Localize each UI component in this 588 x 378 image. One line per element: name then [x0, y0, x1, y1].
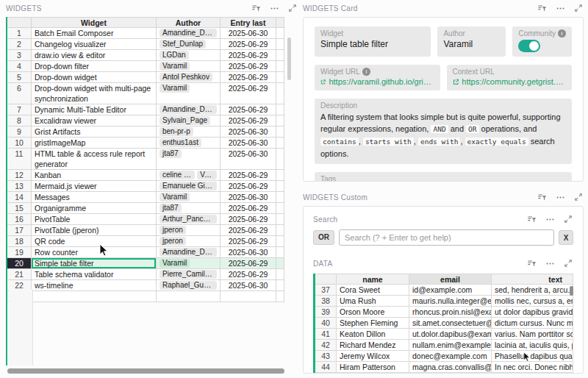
row-number-cell[interactable]: 39 [315, 307, 337, 318]
date-cell[interactable]: 2025-06-29 [220, 236, 276, 247]
community-toggle[interactable] [518, 40, 540, 52]
widget-cell[interactable]: Messages [32, 192, 157, 203]
column-header-text[interactable]: text [492, 274, 573, 285]
field-tags[interactable]: Tags Utility [315, 172, 572, 182]
column-header-name[interactable]: name [337, 274, 409, 285]
author-cell[interactable] [157, 291, 220, 302]
date-cell[interactable]: 2025-06-29 [220, 214, 276, 225]
row-number-cell[interactable]: 20 [7, 258, 32, 269]
name-cell[interactable]: Cora Sweet [337, 285, 409, 296]
date-cell[interactable]: 2025-06-30 [220, 138, 276, 149]
row-number-cell[interactable]: 15 [7, 203, 32, 214]
sort-filter-icon[interactable] [527, 259, 537, 268]
sort-filter-icon[interactable] [537, 4, 547, 13]
field-widget[interactable]: Widget Simple table filter [315, 26, 431, 57]
field-community[interactable]: Community i [512, 26, 572, 57]
date-cell[interactable]: 2025-06-29 [220, 181, 276, 192]
text-cell[interactable]: mollis nec, cursus a, enim. Suspendisse … [492, 296, 573, 307]
empty-cell[interactable] [276, 258, 284, 269]
name-cell[interactable]: Uma Rush [337, 296, 409, 307]
horizontal-scrollbar[interactable] [7, 368, 290, 374]
row-number-cell[interactable]: 43 [315, 351, 337, 362]
empty-cell[interactable] [276, 83, 284, 104]
column-header-updated[interactable]: Entry last updated [220, 17, 276, 28]
email-cell[interactable]: sit.amet.consectetuer@exam… [409, 318, 492, 329]
date-cell[interactable]: 2025-06-29 [220, 258, 276, 269]
author-cell[interactable]: Varamil [157, 61, 220, 72]
author-cell[interactable]: jperon [157, 236, 220, 247]
date-cell[interactable]: 2025-06-29 [220, 225, 276, 236]
name-cell[interactable]: Keaton Dillon [337, 329, 409, 340]
empty-cell[interactable] [276, 126, 284, 138]
row-number-cell[interactable]: 10 [7, 138, 32, 149]
empty-cell[interactable] [276, 50, 284, 61]
email-cell[interactable]: id@example.com [409, 285, 492, 296]
empty-cell[interactable] [276, 236, 284, 247]
more-options-icon[interactable] [556, 193, 565, 202]
date-cell[interactable]: 2025-06-29 [220, 39, 276, 50]
sort-filter-icon[interactable] [537, 193, 547, 202]
or-mode-button[interactable]: OR [313, 230, 334, 245]
row-number-cell[interactable]: 40 [315, 318, 337, 329]
widget-cell[interactable]: Kanban [32, 170, 157, 181]
text-cell[interactable]: ut dolor dapibus gravida. Aliquam tincid… [492, 307, 573, 318]
date-cell[interactable]: 2025-06-29 [220, 83, 276, 104]
row-number-cell[interactable]: 13 [7, 181, 32, 192]
data-vertical-scrollbar[interactable] [570, 286, 573, 296]
date-cell[interactable]: 2025-06-29 [220, 72, 276, 83]
empty-cell[interactable] [276, 138, 284, 149]
widget-cell[interactable]: Changelog visualizer [32, 39, 157, 50]
email-cell[interactable]: mauris.nulla.integer@exampl… [409, 296, 492, 307]
date-cell[interactable]: 2025-06-29 [220, 50, 276, 61]
row-number-cell[interactable]: 2 [7, 39, 32, 50]
widget-cell[interactable] [32, 291, 157, 302]
widget-cell[interactable]: Batch Email Composer [32, 28, 157, 39]
field-author[interactable]: Author Varamil [437, 26, 506, 57]
row-number-cell[interactable]: 45 [315, 373, 337, 374]
text-cell[interactable]: In nec orci. Donec nibh. Quisque nonummy… [492, 362, 573, 373]
more-options-icon[interactable] [545, 215, 555, 224]
vertical-scrollbar[interactable] [287, 38, 291, 80]
empty-cell[interactable] [276, 247, 284, 258]
author-cell[interactable]: Sylvain_Page [157, 115, 220, 126]
row-number-cell[interactable]: 38 [315, 296, 337, 307]
widget-cell[interactable]: PivotTable (jperon) [32, 225, 157, 236]
row-number-cell[interactable]: 41 [315, 329, 337, 340]
date-cell[interactable]: 2025-06-30 [220, 247, 276, 258]
column-header-widget[interactable]: Widget [32, 17, 157, 28]
row-number-cell[interactable]: 21 [7, 269, 32, 280]
widget-cell[interactable]: Row counter [32, 247, 157, 258]
name-cell[interactable]: Rahim Velez [337, 373, 409, 374]
date-cell[interactable]: 2025-06-29 [220, 61, 276, 72]
empty-cell[interactable] [276, 269, 284, 280]
row-number-cell[interactable]: 3 [7, 50, 32, 61]
author-cell[interactable]: Emanuele Gissi [157, 181, 220, 192]
text-cell[interactable]: dictum cursus. Nunc mauris elit, dictum … [492, 318, 573, 329]
sort-filter-icon[interactable] [251, 4, 261, 13]
row-number-cell[interactable]: 37 [315, 285, 337, 296]
author-cell[interactable]: enthus1ast [157, 138, 220, 149]
email-cell[interactable]: ut.dolor.dapibus@example.com [409, 329, 492, 340]
date-cell[interactable] [220, 291, 276, 302]
author-cell[interactable]: Arthur_Panckoucke [157, 214, 220, 225]
name-cell[interactable]: Hiram Patterson [337, 362, 409, 373]
author-cell[interactable]: Amandine_Dugrain [157, 28, 220, 39]
name-cell[interactable]: Orson Moore [337, 307, 409, 318]
row-number-header[interactable] [315, 274, 337, 285]
name-cell[interactable]: Stephen Fleming [337, 318, 409, 329]
widget-cell[interactable]: Mermaid.js viewer [32, 181, 157, 192]
row-number-cell[interactable]: 19 [7, 247, 32, 258]
row-number-cell[interactable]: 14 [7, 192, 32, 203]
column-header-author[interactable]: Author [157, 17, 220, 28]
info-icon[interactable]: i [558, 29, 566, 38]
author-cell[interactable]: LGDan [157, 50, 220, 61]
row-number-cell[interactable]: 44 [315, 362, 337, 373]
date-cell[interactable]: 2025-06-30 [220, 28, 276, 39]
row-number-cell[interactable]: 18 [7, 236, 32, 247]
sort-filter-icon[interactable] [527, 215, 537, 224]
author-cell[interactable]: Amandine_Dugrain [157, 104, 220, 115]
row-number-cell[interactable]: 12 [7, 170, 32, 181]
empty-cell[interactable] [276, 170, 284, 181]
date-cell[interactable]: 2025-06-29 [220, 203, 276, 214]
expand-icon[interactable] [564, 215, 573, 224]
